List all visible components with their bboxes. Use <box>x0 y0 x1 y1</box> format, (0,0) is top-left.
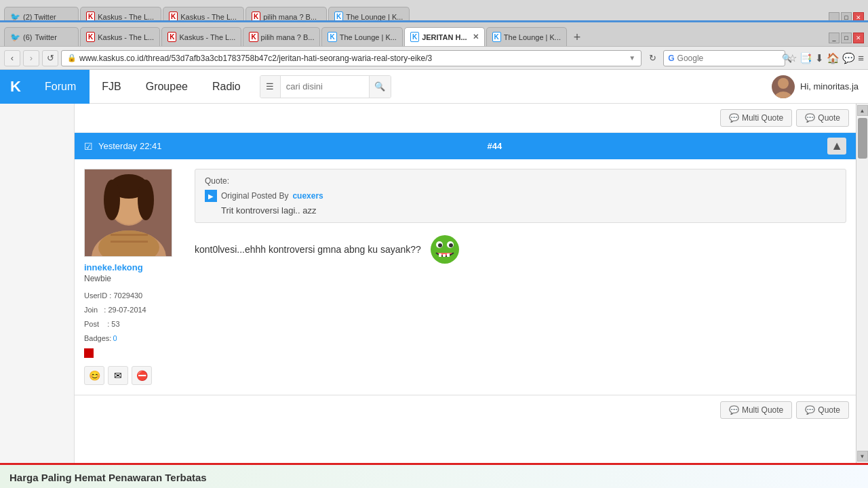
lounge-favicon4: K <box>492 32 501 42</box>
rep-pos-btn[interactable]: 😊 <box>84 366 104 385</box>
post-number: #44 <box>487 141 502 151</box>
tab-label: The Lounge | K... <box>340 33 397 41</box>
tab-lounge3[interactable]: K The Lounge | K... <box>321 27 402 46</box>
google-search-container: G 🔍 <box>663 50 785 66</box>
quote-btn-top[interactable]: 💬 Quote <box>796 109 849 127</box>
app-logo[interactable]: K <box>0 70 31 104</box>
back-button[interactable]: ‹ <box>4 50 20 66</box>
app-search-input[interactable] <box>281 75 369 98</box>
multi-quote-label-top: Multi Quote <box>742 113 783 123</box>
skype-icon[interactable]: 💬 <box>842 52 855 64</box>
post-label: Post <box>84 320 99 328</box>
quote-original-row: ▶ Original Posted By cuexers <box>205 190 836 202</box>
tab-label: (2) Twitter <box>23 13 56 21</box>
forum-label: Forum <box>45 81 76 93</box>
svg-rect-11 <box>111 241 148 243</box>
tab-label: pilih mana ? B... <box>263 13 317 21</box>
tab-close-icon[interactable]: ✕ <box>473 33 479 41</box>
close-btn-main[interactable]: ✕ <box>853 33 864 43</box>
monster-emoji <box>429 234 460 265</box>
bookmark-icon[interactable]: 📑 <box>800 52 812 64</box>
address-text[interactable]: www.kaskus.co.id/thread/53d7afb3a3cb1783… <box>79 54 626 63</box>
restore-btn-main[interactable]: □ <box>841 33 852 43</box>
minimize-btn-main[interactable]: _ <box>829 33 840 43</box>
main-content: 💬 Multi Quote 💬 Quote ☑ Yesterday 22:41 … <box>0 104 868 463</box>
new-tab-button[interactable]: + <box>568 28 586 46</box>
nav-item-forum[interactable]: Forum <box>31 70 90 104</box>
kaskus-favicon6: K <box>249 32 258 42</box>
quote-label: Quote: <box>205 176 836 186</box>
app-search-button[interactable]: 🔍 <box>369 75 391 98</box>
quote-icon-top: 💬 <box>805 113 815 123</box>
quote-btn-bottom[interactable]: 💬 Quote <box>796 401 849 419</box>
app-search-box: ☰ 🔍 <box>260 75 391 98</box>
original-posted-by: Original Posted By <box>221 191 288 201</box>
kaskus-favicon5: K <box>167 32 176 42</box>
tab-label: The Lounge | K... <box>504 33 561 41</box>
refresh-button[interactable]: ↺ <box>42 50 58 66</box>
tab-jeritan-active[interactable]: K JERITAN H... ✕ <box>404 27 485 46</box>
thread-actions-top: 💬 Multi Quote 💬 Quote <box>75 104 856 133</box>
multi-quote-btn-bottom[interactable]: 💬 Multi Quote <box>720 401 792 419</box>
scroll-down-btn[interactable]: ▼ <box>857 451 868 462</box>
svg-point-15 <box>438 243 442 247</box>
multi-quote-label-bottom: Multi Quote <box>742 405 783 415</box>
fjb-label: FJB <box>102 81 121 93</box>
quote-label-top: Quote <box>818 113 840 123</box>
download-icon[interactable]: ⬇ <box>815 52 824 64</box>
google-search-input[interactable] <box>677 54 779 63</box>
multi-quote-icon-top: 💬 <box>729 113 739 123</box>
user-info-column: inneke.lekong Newbie UserID : 7029430 Jo… <box>84 169 182 385</box>
svg-point-1 <box>774 92 792 98</box>
scrollbar: ▲ ▼ <box>856 104 868 463</box>
scroll-up-arrow[interactable]: ▲ <box>827 138 846 155</box>
tab-kaskus4[interactable]: K Kaskus - The L... <box>161 27 241 46</box>
svg-point-12 <box>431 235 459 264</box>
jeritan-favicon: K <box>410 32 419 42</box>
pm-btn[interactable]: ✉ <box>108 366 128 385</box>
nav-item-groupee[interactable]: Groupee <box>134 70 200 104</box>
tab-label: Kaskus - The L... <box>179 33 235 41</box>
user-badge-square <box>84 348 94 358</box>
sidebar <box>0 104 75 463</box>
user-avatar-img <box>84 169 172 257</box>
scroll-up-btn[interactable]: ▲ <box>857 105 868 116</box>
post-info: ☑ Yesterday 22:41 <box>84 141 161 152</box>
tab-lounge4[interactable]: K The Lounge | K... <box>486 27 567 46</box>
forward-button[interactable]: › <box>23 50 39 66</box>
nav-item-radio[interactable]: Radio <box>200 70 253 104</box>
post-header: ☑ Yesterday 22:41 #44 ▲ <box>75 133 856 159</box>
logo-text: K <box>10 78 21 96</box>
join-label: Join <box>84 306 98 314</box>
star-icon[interactable]: ☆ <box>788 52 797 64</box>
banner-text: Harga Paling Hemat Penawaran Terbatas <box>9 472 207 483</box>
kaskus-favicon4: K <box>86 32 95 42</box>
nav-item-fjb[interactable]: FJB <box>90 70 133 104</box>
reload-icon[interactable]: ↻ <box>644 50 660 66</box>
groupee-label: Groupee <box>146 81 188 93</box>
multi-quote-btn-top[interactable]: 💬 Multi Quote <box>720 109 792 127</box>
tab-twitter-label: Twitter <box>35 33 56 41</box>
post-check-icon: ☑ <box>84 141 93 152</box>
tab-pilih2[interactable]: K pilih mana ? B... <box>243 27 320 46</box>
username-link[interactable]: inneke.lekong <box>84 262 182 272</box>
menu-icon[interactable]: ≡ <box>858 52 864 64</box>
svg-point-0 <box>778 78 789 89</box>
tab-twitter-main[interactable]: 🐦 (6) Twitter <box>4 27 79 46</box>
rep-neg-btn[interactable]: ⛔ <box>132 366 152 385</box>
dropdown-icon[interactable]: ▼ <box>629 54 635 62</box>
address-bar-container: 🔒 www.kaskus.co.id/thread/53d7afb3a3cb17… <box>61 50 642 66</box>
scroll-thumb[interactable] <box>858 118 867 159</box>
twitter-icon: 🐦 <box>10 33 20 42</box>
quote-icon-bottom: 💬 <box>805 405 815 415</box>
quote-text: Trit kontroversi lagi.. azz <box>221 205 836 216</box>
home-icon[interactable]: 🏠 <box>827 52 840 64</box>
userid-label: UserID <box>84 291 107 300</box>
user-greeting: Hi, minoritas.ja <box>800 81 859 92</box>
secure-icon: 🔒 <box>67 54 77 62</box>
svg-rect-10 <box>111 234 148 236</box>
post-body: inneke.lekong Newbie UserID : 7029430 Jo… <box>75 159 856 395</box>
lounge-favicon3: K <box>328 32 336 42</box>
tab-jeritan-label: JERITAN H... <box>422 33 467 41</box>
tab-kaskus3[interactable]: K Kaskus - The L... <box>80 27 160 46</box>
